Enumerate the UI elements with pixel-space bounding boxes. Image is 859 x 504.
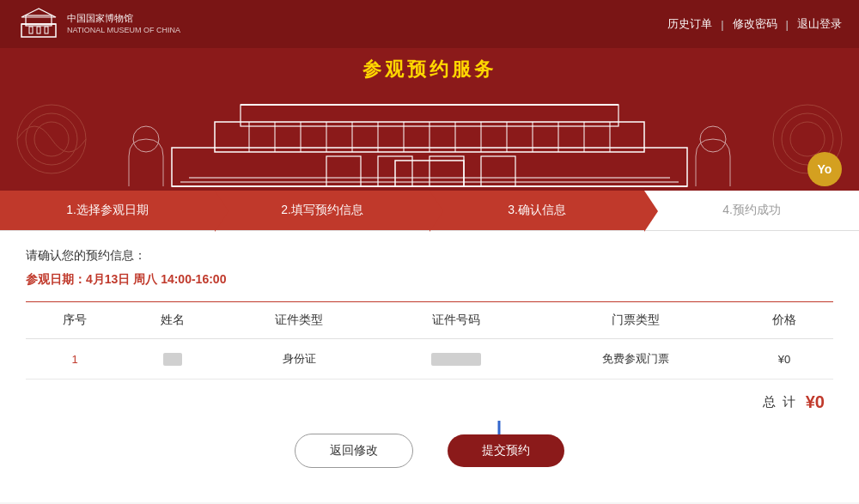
steps-bar: 1.选择参观日期 2.填写预约信息 3.确认信息 4.预约成功 <box>0 191 859 231</box>
blurred-id <box>431 353 481 366</box>
step-4: 4.预约成功 <box>644 191 859 230</box>
back-button[interactable]: 返回修改 <box>295 434 413 468</box>
logout-link[interactable]: 退山登录 <box>797 16 842 32</box>
cell-price: ¥0 <box>735 339 833 380</box>
main-content: 请确认您的预约信息： 参观日期：4月13日 周八 14:00-16:00 序号 … <box>0 231 859 502</box>
blurred-name <box>163 353 182 366</box>
cell-name <box>124 339 222 380</box>
confirm-prompt: 请确认您的预约信息： <box>26 248 833 264</box>
col-id-number: 证件号码 <box>376 302 535 339</box>
col-price: 价格 <box>735 302 833 339</box>
cell-id-number <box>376 339 535 380</box>
svg-rect-5 <box>45 27 48 33</box>
table-body: 1 身份证 免费参观门票 ¥0 <box>26 339 833 380</box>
logo-text: 中国国家博物馆 NATIONAL MUSEUM OF CHINA <box>67 12 180 36</box>
nav-divider-1: | <box>721 18 723 31</box>
banner-area: Yo <box>0 88 859 191</box>
cell-id-type: 身份证 <box>222 339 376 380</box>
museum-building-illustration <box>0 88 859 191</box>
total-row: 总 计 ¥0 <box>26 380 833 425</box>
button-area: 返回修改 提交预约 <box>26 425 833 485</box>
museum-logo-icon <box>17 7 60 41</box>
nav-links: 历史订单 | 修改密码 | 退山登录 <box>667 16 842 32</box>
total-label: 总 计 <box>763 394 797 410</box>
table-row: 1 身份证 免费参观门票 ¥0 <box>26 339 833 380</box>
col-index: 序号 <box>26 302 124 339</box>
nav-divider-2: | <box>786 18 789 31</box>
page-title-bar: 参观预约服务 <box>0 48 859 88</box>
col-ticket-type: 门票类型 <box>535 302 735 339</box>
booking-table: 序号 姓名 证件类型 证件号码 门票类型 价格 1 身份证 <box>26 302 833 380</box>
visit-date: 参观日期：4月13日 周八 14:00-16:00 <box>26 272 833 288</box>
history-orders-link[interactable]: 历史订单 <box>667 16 712 32</box>
total-amount: ¥0 <box>806 392 825 412</box>
table-header: 序号 姓名 证件类型 证件号码 门票类型 价格 <box>26 302 833 339</box>
cell-index: 1 <box>26 339 124 380</box>
header: 中国国家博物馆 NATIONAL MUSEUM OF CHINA 历史订单 | … <box>0 0 859 191</box>
step-2: 2.填写预约信息 <box>215 191 430 230</box>
step-1: 1.选择参观日期 <box>0 191 215 230</box>
svg-rect-3 <box>29 27 33 33</box>
top-nav: 中国国家博物馆 NATIONAL MUSEUM OF CHINA 历史订单 | … <box>0 0 859 48</box>
svg-rect-4 <box>37 27 40 33</box>
submit-button[interactable]: 提交预约 <box>448 434 564 467</box>
page-wrapper: 中国国家博物馆 NATIONAL MUSEUM OF CHINA 历史订单 | … <box>0 0 859 502</box>
user-avatar[interactable]: Yo <box>807 152 842 186</box>
col-name: 姓名 <box>124 302 222 339</box>
page-title: 参观预约服务 <box>0 57 859 82</box>
col-id-type: 证件类型 <box>222 302 376 339</box>
change-password-link[interactable]: 修改密码 <box>733 16 777 32</box>
table-header-row: 序号 姓名 证件类型 证件号码 门票类型 价格 <box>26 302 833 339</box>
cell-ticket-type: 免费参观门票 <box>535 339 735 380</box>
step-3: 3.确认信息 <box>430 191 644 230</box>
logo-area: 中国国家博物馆 NATIONAL MUSEUM OF CHINA <box>17 7 180 41</box>
